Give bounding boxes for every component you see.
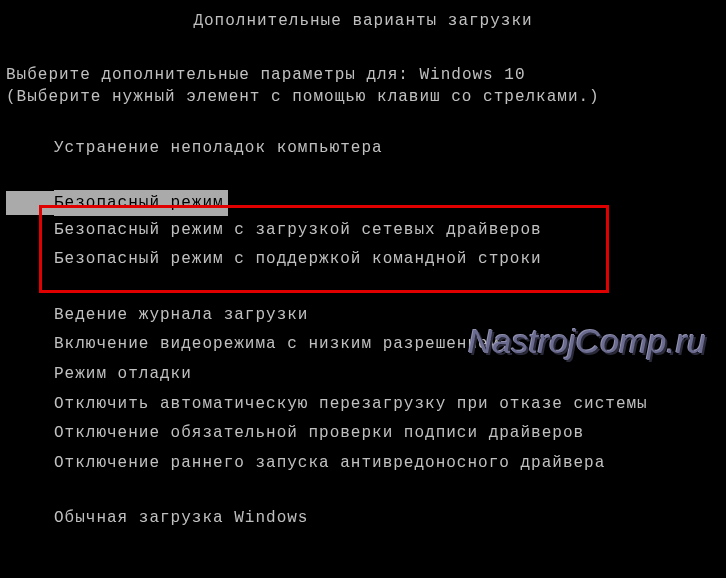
menu-item-safe-mode-command[interactable]: Безопасный режим с поддержкой командной … xyxy=(6,245,726,275)
prompt-os: Windows 10 xyxy=(419,66,525,84)
menu-item-normal-boot[interactable]: Обычная загрузка Windows xyxy=(6,504,726,534)
menu-item-disable-auto-restart[interactable]: Отключить автоматическую перезагрузку пр… xyxy=(6,390,726,420)
menu-item-disable-antimalware[interactable]: Отключение раннего запуска антивредоносн… xyxy=(6,449,726,479)
menu-item-disable-driver-sig[interactable]: Отключение обязательной проверки подписи… xyxy=(6,419,726,449)
menu-item-low-res-video[interactable]: Включение видеорежима с низким разрешени… xyxy=(6,330,726,360)
boot-options-menu[interactable]: Устранение неполадок компьютера Безопасн… xyxy=(6,134,726,534)
menu-item-safe-mode-networking[interactable]: Безопасный режим с загрузкой сетевых дра… xyxy=(6,216,726,246)
menu-item-debug-mode[interactable]: Режим отладки xyxy=(6,360,726,390)
menu-item-repair[interactable]: Устранение неполадок компьютера xyxy=(6,134,726,164)
menu-item-boot-logging[interactable]: Ведение журнала загрузки xyxy=(6,301,726,331)
menu-item-safe-mode[interactable]: Безопасный режим xyxy=(6,190,726,216)
boot-menu-content: Выберите дополнительные параметры для: W… xyxy=(0,66,726,534)
instruction-line: (Выберите нужный элемент с помощью клави… xyxy=(6,88,726,106)
page-title: Дополнительные варианты загрузки xyxy=(0,0,726,42)
prompt-prefix: Выберите дополнительные параметры для: xyxy=(6,66,419,84)
menu-item-label: Безопасный режим xyxy=(54,190,228,216)
selection-highlight xyxy=(6,191,54,215)
prompt-line: Выберите дополнительные параметры для: W… xyxy=(6,66,726,84)
